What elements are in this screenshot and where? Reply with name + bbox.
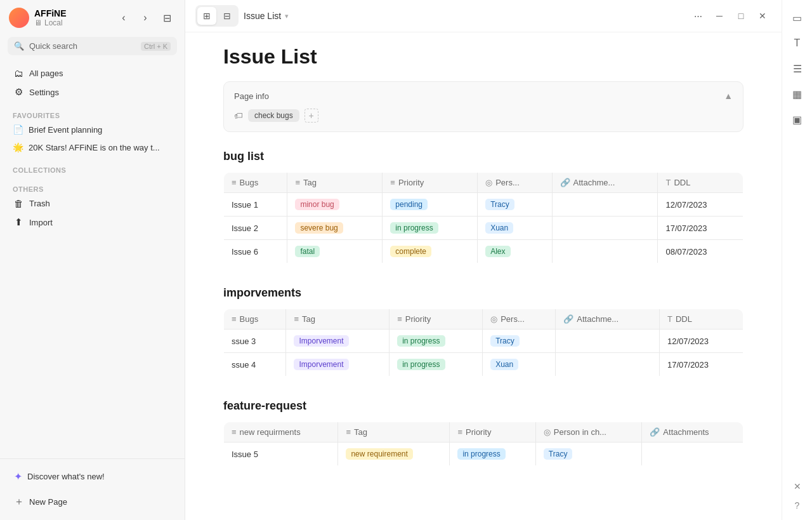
page-info-collapse-button[interactable]: ▲ [724, 91, 733, 101]
all-pages-icon: 🗂 [13, 68, 24, 79]
page-info-label: Page info [234, 91, 269, 101]
cell-priority: in progress [450, 443, 535, 466]
others-label: Others [8, 180, 177, 194]
20k-stars-label: 20K Stars! AFFiNE is on the way t... [29, 143, 160, 152]
priority-badge: in progress [457, 448, 505, 460]
rp-rect-icon-button[interactable]: ▭ [787, 8, 808, 28]
favourites-section: Favourites 📄 Brief Event planning 🌟 20K … [0, 104, 185, 159]
settings-label: Settings [29, 88, 59, 97]
workspace-location-icon: 🖥 [34, 18, 42, 27]
sidebar-item-all-pages[interactable]: 🗂 All pages [8, 64, 177, 83]
rp-table-icon-button[interactable]: ▣ [787, 109, 808, 130]
col-header-ddl: TDDL [660, 309, 743, 330]
trash-label: Trash [29, 199, 50, 208]
workspace-name: AFFiNE [34, 8, 67, 18]
cell-priority: in progress [390, 353, 483, 377]
block-view-button[interactable]: ⊟ [218, 7, 237, 25]
cell-ddl: 12/07/2023 [660, 330, 743, 353]
rp-list-icon-button[interactable]: ☰ [787, 58, 808, 79]
cell-person: Xuan [483, 353, 556, 377]
sidebar-item-settings[interactable]: ⚙ Settings [8, 83, 177, 102]
topbar: ⊞ ⊟ Issue List ▾ ⋯ ─ □ ✕ [185, 0, 782, 32]
cell-tag: Imporvement [286, 353, 390, 377]
cell-person: Alex [478, 240, 552, 263]
cell-ddl: 12/07/2023 [658, 193, 743, 217]
sidebar-header: AFFiNE 🖥 Local ‹ › ⊟ [0, 0, 185, 33]
improvements-table: ≡Bugs ≡Tag ≡Priority ◎Pers... 🔗Attachme.… [223, 309, 743, 377]
maximize-button[interactable]: □ [732, 7, 750, 25]
right-panel: ▭ T ☰ ▦ ▣ ✕ ? [782, 0, 812, 520]
priority-badge: in progress [397, 359, 445, 370]
new-page-button[interactable]: ＋ New Page [8, 490, 177, 514]
close-button[interactable]: ✕ [754, 7, 771, 25]
tag-badge: minor bug [295, 199, 339, 210]
col-header-tag: ≡Tag [286, 309, 390, 330]
col-header-bugs: ≡Bugs [224, 309, 286, 330]
tag-badge: new requirement [346, 448, 412, 460]
search-bar[interactable]: 🔍 Quick search Ctrl + K [8, 37, 177, 55]
sidebar-item-trash[interactable]: 🗑 Trash [8, 194, 177, 213]
tag-badge: fatal [295, 246, 320, 257]
workspace-info[interactable]: AFFiNE 🖥 Local [9, 8, 67, 28]
cell-tag: severe bug [287, 217, 383, 240]
content-area: Issue List Page info ▲ 🏷 check bugs + bu… [185, 32, 782, 520]
nav-back-button[interactable]: ‹ [115, 9, 133, 27]
col-header-ddl: TDDL [658, 173, 743, 193]
rp-close-button[interactable]: ✕ [790, 479, 804, 493]
workspace-sub: 🖥 Local [34, 18, 67, 27]
cell-tag: Imporvement [286, 330, 390, 353]
rp-grid-icon-button[interactable]: ▦ [787, 84, 808, 104]
cell-tag: minor bug [287, 193, 383, 217]
table-row: Issue 6 fatal complete Alex 08/07/2023 [224, 240, 743, 263]
sidebar: AFFiNE 🖥 Local ‹ › ⊟ 🔍 Quick search Ctrl… [0, 0, 185, 520]
rp-help-button[interactable]: ? [790, 498, 804, 512]
minimize-button[interactable]: ─ [710, 7, 728, 25]
sidebar-toggle-button[interactable]: ⊟ [158, 9, 176, 27]
import-label: Import [29, 218, 53, 227]
cell-bugs: Issue 6 [224, 240, 287, 263]
tag-badge: Imporvement [294, 335, 348, 347]
main-content: ⊞ ⊟ Issue List ▾ ⋯ ─ □ ✕ Issue List Page… [185, 0, 782, 520]
discover-button[interactable]: ✦ Discover what's new! [8, 465, 177, 488]
table-row: Issue 2 severe bug in progress Xuan 17/0… [224, 217, 743, 240]
topbar-more-button[interactable]: ⋯ [689, 7, 707, 25]
new-page-plus-icon: ＋ [14, 495, 24, 509]
person-badge: Tracy [485, 199, 514, 210]
topbar-page-title: Issue List ▾ [244, 11, 289, 21]
cell-attachment [552, 217, 658, 240]
sidebar-item-import[interactable]: ⬆ Import [8, 213, 177, 232]
nav-forward-button[interactable]: › [136, 9, 154, 27]
cell-person: Tracy [483, 330, 556, 353]
col-header-priority: ≡Priority [450, 422, 535, 443]
others-section: Others 🗑 Trash ⬆ Import [0, 178, 185, 234]
workspace-location: Local [44, 18, 63, 27]
feature-request-table: ≡new requirments ≡Tag ≡Priority ◎Person … [223, 422, 743, 466]
cell-priority: complete [383, 240, 478, 263]
search-shortcut: Ctrl + K [141, 42, 171, 51]
add-tag-button[interactable]: + [304, 109, 318, 123]
sidebar-item-20k-stars[interactable]: 🌟 20K Stars! AFFiNE is on the way t... [8, 138, 177, 156]
page-title: Issue List [223, 45, 743, 69]
priority-badge: in progress [397, 335, 445, 347]
bug-list-table: ≡Bugs ≡Tag ≡Priority ◎Pers... 🔗Attachme.… [223, 172, 743, 263]
section-feature-request: feature-request ≡new requirments ≡Tag ≡P… [223, 399, 743, 466]
rp-text-icon-button[interactable]: T [787, 33, 808, 53]
brief-event-label: Brief Event planning [29, 125, 102, 135]
topbar-left: ⊞ ⊟ Issue List ▾ [195, 5, 289, 27]
page-info-content: 🏷 check bugs + [234, 109, 733, 123]
sidebar-item-brief-event[interactable]: 📄 Brief Event planning [8, 121, 177, 138]
page-view-button[interactable]: ⊞ [197, 7, 216, 25]
cell-new-req: Issue 5 [224, 443, 338, 466]
topbar-chevron-icon: ▾ [285, 12, 289, 20]
page-info-header: Page info ▲ [234, 91, 733, 101]
table-row: Issue 1 minor bug pending Tracy 12/07/20… [224, 193, 743, 217]
col-header-tag: ≡Tag [338, 422, 450, 443]
section-title-feature-request: feature-request [223, 399, 743, 413]
col-header-attachment: 🔗Attachme... [552, 173, 658, 193]
person-badge: Tracy [544, 448, 573, 460]
table-row: ssue 3 Imporvement in progress Tracy 12/… [224, 330, 743, 353]
cell-tag: new requirement [338, 443, 450, 466]
import-icon: ⬆ [13, 217, 24, 228]
new-page-label: New Page [29, 497, 67, 507]
favourites-label: Favourites [8, 107, 177, 121]
